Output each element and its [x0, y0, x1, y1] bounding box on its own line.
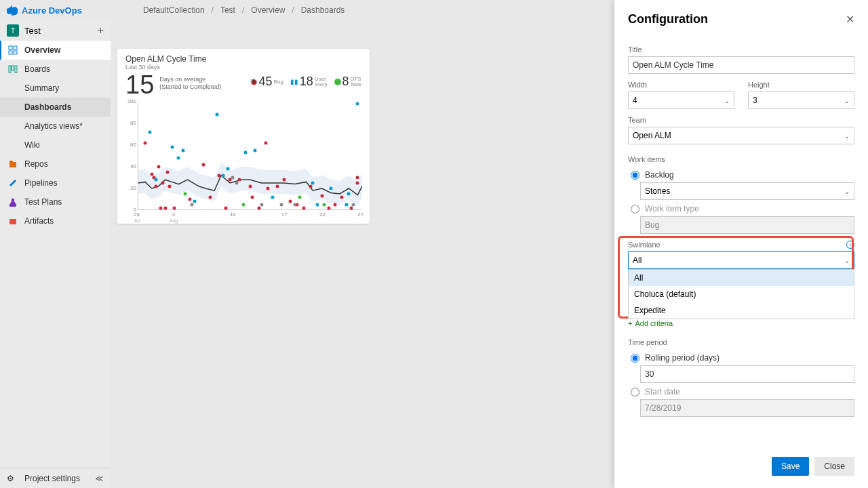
chart-point: [311, 182, 315, 185]
chart-point: [298, 195, 301, 199]
dashboard-canvas: Open ALM Cycle Time Last 30 days 15 Days…: [111, 20, 614, 488]
breadcrumb: DefaultCollection / Test / Overview / Da…: [143, 5, 345, 15]
swimlane-option[interactable]: All: [629, 270, 854, 286]
sidebar-item-testplans[interactable]: Test Plans: [0, 192, 111, 211]
chart-point: [294, 203, 297, 207]
swimlane-label: Swimlane: [628, 241, 854, 249]
chart-point: [322, 203, 326, 207]
chart-point: [215, 113, 218, 117]
startdate-radio[interactable]: Start date: [631, 387, 854, 396]
sidebar-item-wiki[interactable]: Wiki: [0, 136, 111, 155]
height-label: Height: [748, 81, 854, 89]
collapse-icon[interactable]: ≪: [95, 474, 104, 483]
timeperiod-label: Time period: [628, 338, 854, 346]
chart-point: [244, 151, 248, 155]
sidebar: T Test + Overview Boards Summary Dashboa…: [0, 20, 111, 488]
plus-icon[interactable]: +: [98, 24, 104, 37]
svg-rect-1: [14, 46, 17, 49]
backlog-select[interactable]: Stories⌄: [640, 182, 854, 200]
startdate-input: [640, 399, 854, 417]
title-input[interactable]: [628, 56, 854, 74]
swimlane-option[interactable]: Choluca (default): [629, 286, 854, 302]
width-select[interactable]: 4⌄: [628, 92, 734, 109]
svg-rect-3: [14, 51, 17, 54]
sidebar-item-summary[interactable]: Summary: [0, 79, 111, 98]
backlog-radio[interactable]: Backlog: [631, 170, 854, 180]
sidebar-item-label: Overview: [24, 45, 60, 55]
chevron-down-icon: ⌄: [844, 132, 850, 140]
info-icon[interactable]: i: [846, 241, 854, 249]
chart-point: [329, 187, 332, 190]
widget-title: Open ALM Cycle Time: [125, 54, 361, 64]
project-settings[interactable]: ⚙ Project settings ≪: [0, 468, 111, 488]
task-icon: [334, 79, 341, 85]
avg-days-value: 15: [125, 72, 154, 98]
project-name: Test: [24, 26, 41, 36]
project-header[interactable]: T Test +: [0, 20, 111, 41]
brand-logo[interactable]: Azure DevOps: [7, 5, 82, 16]
height-select[interactable]: 3⌄: [748, 92, 854, 109]
chevron-down-icon: ⌄: [844, 257, 850, 264]
chevron-down-icon: ⌄: [844, 97, 850, 104]
pipelines-icon: [7, 178, 19, 188]
chart-point: [280, 203, 283, 207]
swimlane-option[interactable]: Expedite: [629, 302, 854, 319]
breadcrumb-item[interactable]: Overview: [251, 5, 285, 15]
save-button[interactable]: Save: [772, 457, 809, 476]
chart-point: [289, 200, 292, 203]
team-select[interactable]: Open ALM⌄: [628, 127, 854, 144]
cycle-time-widget[interactable]: Open ALM Cycle Time Last 30 days 15 Days…: [117, 49, 370, 224]
sidebar-item-analytics[interactable]: Analytics views*: [0, 117, 111, 136]
sidebar-item-dashboards[interactable]: Dashboards: [0, 98, 111, 117]
chart-point: [258, 206, 261, 209]
team-label: Team: [628, 116, 854, 124]
breadcrumb-sep: /: [242, 5, 244, 15]
chart-point: [191, 203, 194, 207]
artifacts-icon: [7, 216, 19, 226]
sidebar-item-repos[interactable]: Repos: [0, 155, 111, 174]
sidebar-item-overview[interactable]: Overview: [0, 41, 111, 60]
chart-point: [302, 206, 306, 209]
chart-point: [344, 203, 348, 207]
testplans-icon: [7, 197, 19, 207]
project-avatar: T: [7, 24, 19, 37]
sidebar-item-label: Dashboards: [24, 102, 71, 112]
sidebar-item-label: Test Plans: [24, 197, 62, 207]
widget-stats: 🐞 45 Bug ▮▮ 18 UserStory 8 DTSTask: [250, 75, 361, 89]
svg-rect-5: [12, 66, 14, 70]
chart-point: [188, 198, 191, 201]
widget-subtitle: Last 30 days: [125, 64, 361, 70]
breadcrumb-item[interactable]: DefaultCollection: [143, 5, 205, 15]
chevron-down-icon: ⌄: [844, 188, 850, 195]
breadcrumb-item[interactable]: Dashboards: [301, 5, 345, 15]
chart-point: [184, 192, 187, 196]
rolling-radio[interactable]: Rolling period (days): [631, 353, 854, 363]
chart-point: [251, 195, 254, 199]
cycle-time-chart: 020406080100 28Jul2Aug10172227: [138, 102, 361, 220]
sidebar-item-boards[interactable]: Boards: [0, 60, 111, 79]
close-button[interactable]: Close: [814, 457, 854, 476]
chart-point: [237, 178, 241, 182]
rolling-input[interactable]: [640, 365, 854, 383]
chart-point: [282, 178, 285, 182]
swimlane-select[interactable]: All⌄: [628, 251, 854, 269]
svg-rect-6: [15, 66, 17, 73]
sidebar-item-pipelines[interactable]: Pipelines: [0, 174, 111, 192]
chart-point: [170, 146, 174, 149]
chart-point: [143, 141, 146, 144]
chart-point: [163, 206, 167, 209]
width-label: Width: [628, 81, 734, 89]
sidebar-item-label: Pipelines: [24, 178, 58, 188]
panel-title: Configuration: [628, 12, 708, 26]
breadcrumb-item[interactable]: Test: [220, 5, 235, 15]
chart-point: [224, 206, 227, 209]
chart-point: [267, 187, 270, 190]
workitemtype-radio[interactable]: Work item type: [631, 204, 854, 214]
add-criteria-link[interactable]: +Add criteria: [628, 319, 854, 327]
sidebar-item-artifacts[interactable]: Artifacts: [0, 211, 111, 230]
chart-point: [327, 206, 330, 209]
sidebar-item-label: Boards: [24, 64, 50, 74]
chart-point: [217, 174, 220, 177]
close-button[interactable]: ✕: [846, 13, 854, 26]
azure-devops-icon: [7, 5, 18, 16]
